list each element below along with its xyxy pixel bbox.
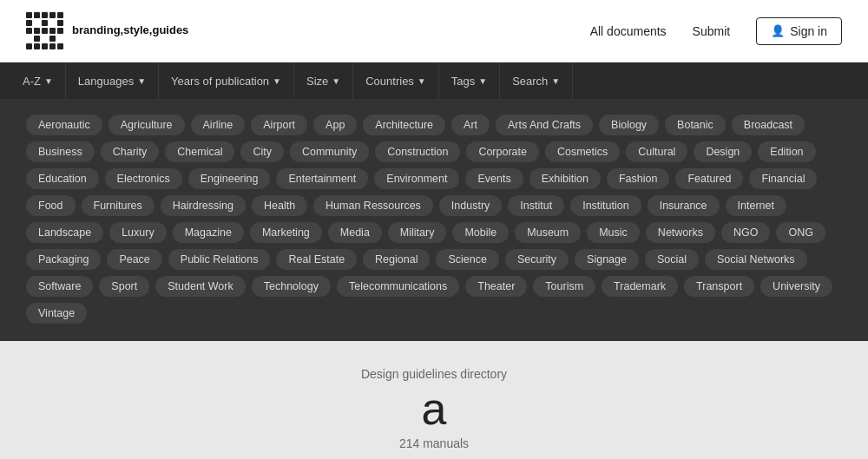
- tag-pill[interactable]: Mobile: [452, 222, 509, 243]
- tag-pill[interactable]: Institut: [508, 195, 564, 216]
- tag-pill[interactable]: Hairdressing: [161, 195, 246, 216]
- filter-languages[interactable]: Languages ▼: [66, 62, 159, 99]
- tag-pill[interactable]: Edition: [758, 141, 815, 162]
- filter-years[interactable]: Years of publication ▼: [159, 62, 294, 99]
- tag-pill[interactable]: Agriculture: [108, 115, 185, 135]
- tag-pill[interactable]: Packaging: [26, 249, 101, 270]
- tag-pill[interactable]: Public Relations: [168, 249, 271, 270]
- tag-pill[interactable]: Regional: [363, 249, 430, 270]
- tag-pill[interactable]: ONG: [776, 222, 825, 243]
- filter-size-label: Size: [306, 75, 328, 88]
- tag-pill[interactable]: Business: [26, 141, 95, 162]
- tag-pill[interactable]: Trademark: [602, 276, 678, 297]
- tag-pill[interactable]: Events: [465, 168, 523, 189]
- tag-pill[interactable]: Electronics: [105, 168, 182, 189]
- tag-pill[interactable]: Vintage: [26, 303, 87, 324]
- tag-pill[interactable]: Art: [451, 115, 490, 135]
- tags-section: AeronauticAgricultureAirlineAirportAppAr…: [0, 99, 868, 341]
- tag-pill[interactable]: Furnitures: [82, 195, 155, 216]
- tag-pill[interactable]: Health: [252, 195, 307, 216]
- tag-pill[interactable]: Environment: [374, 168, 459, 189]
- tag-pill[interactable]: Aeronautic: [26, 115, 102, 135]
- tag-pill[interactable]: App: [313, 115, 357, 135]
- tag-pill[interactable]: Education: [26, 168, 99, 189]
- tag-pill[interactable]: University: [760, 276, 832, 297]
- tag-pill[interactable]: Corporate: [466, 141, 539, 162]
- filter-languages-label: Languages: [78, 75, 134, 88]
- tag-pill[interactable]: Peace: [107, 249, 161, 270]
- tag-pill[interactable]: Social: [645, 249, 699, 270]
- tag-pill[interactable]: City: [240, 141, 284, 162]
- tag-pill[interactable]: Institution: [570, 195, 641, 216]
- tag-pill[interactable]: Community: [290, 141, 369, 162]
- tag-pill[interactable]: Marketing: [250, 222, 322, 243]
- tag-pill[interactable]: Cultural: [626, 141, 687, 162]
- tag-pill[interactable]: Science: [436, 249, 498, 270]
- tag-pill[interactable]: Chemical: [165, 141, 234, 162]
- filter-az-label: A-Z: [23, 75, 41, 88]
- tag-pill[interactable]: Construction: [375, 141, 460, 162]
- header-nav: All documents Submit 👤 Sign in: [590, 17, 842, 45]
- sign-in-button[interactable]: 👤 Sign in: [756, 17, 842, 45]
- all-documents-link[interactable]: All documents: [590, 24, 667, 38]
- tag-pill[interactable]: Tourism: [533, 276, 595, 297]
- tag-pill[interactable]: Networks: [646, 222, 715, 243]
- tag-pill[interactable]: Social Networks: [705, 249, 807, 270]
- tag-pill[interactable]: Exhibition: [529, 168, 601, 189]
- chevron-down-icon: ▼: [332, 76, 340, 86]
- chevron-down-icon: ▼: [273, 76, 281, 86]
- filter-countries[interactable]: Countries ▼: [353, 62, 439, 99]
- filter-search-label: Search: [512, 75, 548, 88]
- tag-pill[interactable]: Transport: [684, 276, 754, 297]
- tag-pill[interactable]: Industry: [439, 195, 502, 216]
- tag-pill[interactable]: NGO: [721, 222, 770, 243]
- submit-link[interactable]: Submit: [693, 24, 731, 38]
- tag-pill[interactable]: Theater: [465, 276, 527, 297]
- sign-in-label: Sign in: [790, 24, 827, 38]
- chevron-down-icon: ▼: [44, 76, 53, 86]
- tag-pill[interactable]: Architecture: [363, 115, 445, 135]
- tag-pill[interactable]: Sport: [99, 276, 149, 297]
- logo-area: branding,style,guides: [26, 12, 188, 49]
- tag-pill[interactable]: Music: [587, 222, 640, 243]
- tag-pill[interactable]: Signage: [575, 249, 639, 270]
- filter-tags[interactable]: Tags ▼: [439, 62, 500, 99]
- tag-pill[interactable]: Arts And Crafts: [496, 115, 593, 135]
- tag-pill[interactable]: Real Estate: [276, 249, 357, 270]
- chevron-down-icon: ▼: [478, 76, 487, 86]
- tag-pill[interactable]: Charity: [101, 141, 160, 162]
- tag-pill[interactable]: Software: [26, 276, 93, 297]
- tag-pill[interactable]: Airline: [191, 115, 246, 135]
- tag-pill[interactable]: Magazine: [173, 222, 244, 243]
- tag-pill[interactable]: Media: [328, 222, 382, 243]
- tag-pill[interactable]: Cosmetics: [545, 141, 620, 162]
- filter-az[interactable]: A-Z ▼: [17, 62, 66, 99]
- directory-count: 214 manuals: [26, 436, 842, 450]
- tag-pill[interactable]: Security: [505, 249, 569, 270]
- tag-pill[interactable]: Military: [388, 222, 447, 243]
- tag-pill[interactable]: Financial: [749, 168, 817, 189]
- tag-pill[interactable]: Broadcast: [732, 115, 805, 135]
- tag-pill[interactable]: Human Ressources: [313, 195, 433, 216]
- tag-pill[interactable]: Fashion: [607, 168, 669, 189]
- tag-pill[interactable]: Museum: [515, 222, 581, 243]
- tag-pill[interactable]: Insurance: [648, 195, 720, 216]
- filter-size[interactable]: Size ▼: [294, 62, 353, 99]
- tag-pill[interactable]: Design: [694, 141, 752, 162]
- tag-pill[interactable]: Engineering: [188, 168, 271, 189]
- chevron-down-icon: ▼: [551, 76, 560, 86]
- tag-pill[interactable]: Internet: [726, 195, 786, 216]
- tag-pill[interactable]: Airport: [251, 115, 307, 135]
- tag-pill[interactable]: Luxury: [109, 222, 167, 243]
- filter-search[interactable]: Search ▼: [500, 62, 573, 99]
- tag-pill[interactable]: Food: [26, 195, 76, 216]
- tag-pill[interactable]: Student Work: [155, 276, 246, 297]
- tag-pill[interactable]: Botanic: [665, 115, 726, 135]
- tag-pill[interactable]: Landscape: [26, 222, 103, 243]
- tag-pill[interactable]: Telecommunications: [337, 276, 459, 297]
- tag-pill[interactable]: Featured: [675, 168, 743, 189]
- tag-pill[interactable]: Biology: [599, 115, 659, 135]
- tag-pill[interactable]: Entertainment: [276, 168, 368, 189]
- tags-container: AeronauticAgricultureAirlineAirportAppAr…: [26, 115, 842, 324]
- tag-pill[interactable]: Technology: [252, 276, 331, 297]
